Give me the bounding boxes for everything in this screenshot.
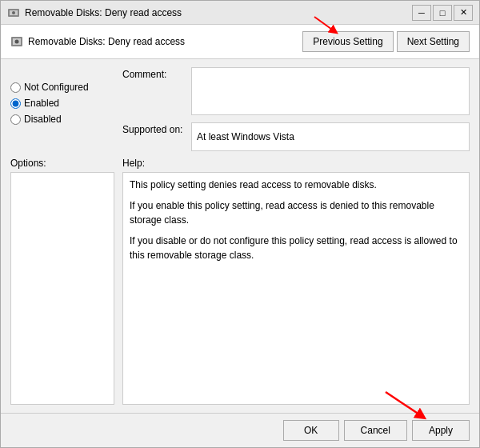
comment-row: Comment: — [122, 67, 470, 118]
dialog-title: Removable Disks: Deny read access — [28, 36, 185, 47]
dialog-body: Not Configured Enabled Disabled Comment: — [1, 59, 479, 413]
svg-point-2 — [12, 11, 15, 14]
top-section: Not Configured Enabled Disabled Comment: — [10, 67, 470, 151]
main-window: Removable Disks: Deny read access ─ □ ✕ … — [0, 0, 480, 448]
footer: OK Cancel Apply — [1, 413, 479, 447]
disabled-radio[interactable] — [10, 114, 21, 125]
title-bar-icon — [7, 6, 20, 19]
ok-button[interactable]: OK — [283, 420, 339, 441]
maximize-button[interactable]: □ — [433, 5, 452, 21]
help-para-2: If you enable this policy setting, read … — [130, 198, 462, 227]
enabled-label: Enabled — [24, 98, 59, 109]
supported-value: At least Windows Vista — [191, 122, 470, 151]
header-buttons: Previous Setting Next Setting — [302, 31, 470, 52]
options-panel — [10, 172, 114, 405]
enabled-radio[interactable] — [10, 98, 21, 109]
dialog-header: Removable Disks: Deny read access Previo… — [1, 25, 479, 59]
help-para-3: If you disable or do not configure this … — [130, 234, 462, 262]
disabled-label: Disabled — [24, 114, 62, 125]
options-section-label: Options: — [10, 158, 114, 169]
radio-group: Not Configured Enabled Disabled — [10, 67, 114, 151]
middle-labels: Options: Help: — [10, 158, 470, 169]
not-configured-option[interactable]: Not Configured — [10, 82, 114, 93]
supported-label: Supported on: — [122, 122, 186, 135]
close-button[interactable]: ✕ — [454, 5, 473, 21]
not-configured-label: Not Configured — [24, 82, 89, 93]
right-section: Comment: Supported on: At least Windows … — [122, 67, 470, 151]
supported-row: Supported on: At least Windows Vista — [122, 122, 470, 151]
disabled-option[interactable]: Disabled — [10, 114, 114, 125]
svg-point-5 — [15, 40, 19, 44]
policy-icon — [10, 35, 23, 48]
title-bar: Removable Disks: Deny read access ─ □ ✕ — [1, 1, 479, 25]
bottom-panels: This policy setting denies read access t… — [10, 172, 470, 405]
title-bar-controls: ─ □ ✕ — [412, 5, 473, 21]
help-panel: This policy setting denies read access t… — [122, 172, 470, 405]
comment-label: Comment: — [122, 67, 186, 118]
title-bar-left: Removable Disks: Deny read access — [7, 6, 182, 19]
not-configured-radio[interactable] — [10, 82, 21, 93]
help-para-1: This policy setting denies read access t… — [130, 178, 462, 192]
next-setting-button[interactable]: Next Setting — [397, 31, 470, 52]
cancel-button[interactable]: Cancel — [344, 420, 407, 441]
comment-textarea[interactable] — [191, 67, 470, 115]
help-section-label: Help: — [122, 158, 470, 169]
title-bar-text: Removable Disks: Deny read access — [25, 7, 182, 18]
dialog-header-title: Removable Disks: Deny read access — [10, 35, 185, 48]
comment-textarea-container — [191, 67, 470, 118]
minimize-button[interactable]: ─ — [412, 5, 431, 21]
apply-button[interactable]: Apply — [412, 420, 470, 441]
previous-setting-button[interactable]: Previous Setting — [302, 31, 393, 52]
enabled-option[interactable]: Enabled — [10, 98, 114, 109]
